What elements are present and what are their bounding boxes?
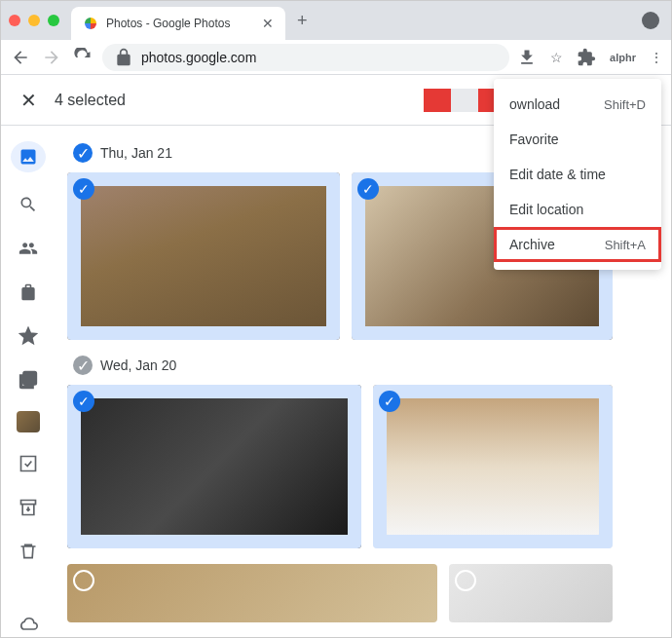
google-photos-icon: [83, 16, 98, 31]
nav-thumbnail[interactable]: [17, 411, 40, 432]
back-button[interactable]: [9, 46, 32, 69]
photo-thumbnail[interactable]: [67, 564, 437, 622]
photo-check-hollow-icon[interactable]: [455, 570, 476, 591]
date-check-icon[interactable]: ✓: [73, 143, 93, 163]
url-text: photos.google.com: [141, 50, 256, 65]
browser-tab-strip: Photos - Google Photos ✕ +: [1, 1, 671, 40]
tab-title: Photos - Google Photos: [106, 17, 230, 30]
left-nav: [1, 126, 56, 637]
menu-item-archive[interactable]: ArchiveShift+A: [494, 227, 661, 262]
install-app-icon[interactable]: [517, 48, 537, 67]
photo-check-icon[interactable]: ✓: [73, 391, 94, 412]
close-window-button[interactable]: [9, 15, 20, 26]
tab-close-icon[interactable]: ✕: [262, 16, 274, 31]
photo-check-hollow-icon[interactable]: [73, 570, 94, 591]
nav-trash[interactable]: [15, 540, 42, 564]
photo-thumbnail[interactable]: ✓: [67, 385, 361, 548]
menu-item-edit-location[interactable]: Edit location: [494, 192, 661, 227]
photo-thumbnail[interactable]: [449, 564, 613, 622]
selection-count: 4 selected: [55, 92, 126, 109]
date-check-icon[interactable]: ✓: [73, 356, 93, 375]
nav-utilities[interactable]: [15, 452, 42, 476]
url-input[interactable]: photos.google.com: [102, 44, 509, 71]
photo-check-icon[interactable]: ✓: [73, 178, 94, 200]
forward-button[interactable]: [40, 46, 63, 69]
nav-print-store[interactable]: [15, 280, 42, 304]
reload-button[interactable]: [71, 46, 94, 69]
photo-check-icon[interactable]: ✓: [379, 391, 400, 412]
new-tab-button[interactable]: +: [285, 11, 319, 31]
browser-tab[interactable]: Photos - Google Photos ✕: [71, 7, 285, 40]
lock-icon: [114, 48, 133, 67]
window-controls: [9, 15, 59, 26]
date-header[interactable]: ✓ Wed, Jan 20: [73, 356, 659, 375]
nav-sharing[interactable]: [15, 236, 42, 260]
date-label: Wed, Jan 20: [100, 357, 176, 373]
bookmark-star-icon[interactable]: ☆: [550, 50, 563, 65]
photo-check-icon[interactable]: ✓: [357, 178, 379, 200]
extensions-icon[interactable]: [577, 48, 596, 67]
address-bar: photos.google.com ☆ alphr ⋮: [1, 40, 671, 75]
minimize-window-button[interactable]: [28, 15, 40, 26]
nav-photos[interactable]: [11, 141, 46, 172]
extension-label[interactable]: alphr: [610, 52, 636, 63]
photo-thumbnail[interactable]: ✓: [67, 172, 340, 340]
nav-albums[interactable]: [15, 367, 42, 392]
menu-item-favorite[interactable]: Favorite: [494, 122, 661, 157]
menu-item-download[interactable]: ownloadShift+D: [494, 87, 661, 122]
nav-search[interactable]: [15, 192, 42, 216]
menu-item-edit-date[interactable]: Edit date & time: [494, 157, 661, 192]
nav-storage-icon[interactable]: [15, 613, 42, 637]
nav-archive[interactable]: [15, 496, 42, 520]
context-menu: ownloadShift+D Favorite Edit date & time…: [494, 79, 661, 270]
photo-thumbnail[interactable]: ✓: [373, 385, 613, 548]
browser-menu-icon[interactable]: ⋮: [650, 50, 663, 65]
maximize-window-button[interactable]: [48, 15, 59, 26]
clear-selection-button[interactable]: ✕: [20, 89, 37, 112]
date-label: Thu, Jan 21: [100, 145, 172, 161]
nav-favorites[interactable]: [15, 323, 42, 348]
account-avatar-icon[interactable]: [642, 12, 659, 29]
